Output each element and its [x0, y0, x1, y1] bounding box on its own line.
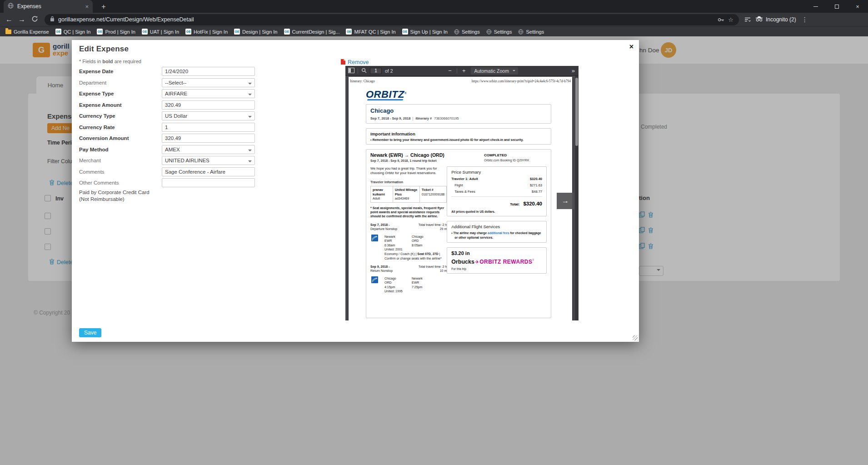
globe-icon — [486, 29, 492, 35]
remove-attachment[interactable]: Remove — [341, 58, 369, 66]
pdf-page-input[interactable] — [370, 68, 382, 74]
modal-close-button[interactable]: × — [629, 43, 634, 51]
seat-note: * Seat assignments, special meals, frequ… — [370, 206, 447, 219]
bookmark-item[interactable]: GEMFAT QC | Sign In — [346, 29, 395, 35]
ge-favicon-icon: GE — [142, 29, 148, 35]
department-select[interactable]: --Select-- — [162, 78, 255, 87]
pay-method-select[interactable]: AMEX — [162, 145, 255, 154]
comments-input[interactable] — [162, 167, 255, 176]
other-comments-input[interactable] — [162, 178, 255, 187]
segment-from: ChicagoORD4:15pm — [384, 276, 405, 289]
bookmark-item[interactable]: Settings — [486, 29, 512, 35]
toggle-sidebar-icon[interactable] — [348, 67, 354, 75]
bullet-icon: • — [451, 231, 452, 235]
expense-date-input[interactable] — [162, 67, 255, 76]
tab-close-icon[interactable]: × — [85, 3, 89, 10]
bookmark-label: Prod | Sign In — [105, 29, 135, 35]
form-row-merchant: MerchantUNITED AIRLINES — [79, 156, 270, 165]
ge-favicon-icon: GE — [402, 29, 408, 35]
legs: Sep 7, 2018 -Departure NonstopTotal trav… — [370, 223, 447, 293]
back-button[interactable]: ← — [3, 15, 15, 24]
merchant-select[interactable]: UNITED AIRLINES — [162, 156, 255, 165]
zoom-select[interactable]: Automatic Zoom — [471, 67, 518, 75]
price-total: Total:$320.40 — [451, 196, 542, 207]
zoom-out-button[interactable]: − — [446, 67, 454, 74]
address-bar[interactable]: gorillaexpense.net/CurrentDesign/Web/Exp… — [45, 14, 739, 25]
currency-type-value: US Dollar — [165, 113, 187, 119]
trip-subtitle: Sep 7, 2018 - Sep 9, 2018 Itinerary # 73… — [370, 116, 547, 120]
bookmark-item[interactable]: GESign Up | Sign In — [402, 29, 448, 35]
forward-button[interactable]: → — [15, 15, 28, 24]
expense-amount-input[interactable] — [162, 100, 255, 110]
remove-link[interactable]: Remove — [348, 59, 369, 65]
ge-favicon-icon: GE — [97, 29, 103, 35]
expense-type-select[interactable]: AIRFARE — [162, 89, 255, 98]
form-row-conversion-amount: Conversion Amount — [79, 134, 270, 143]
next-page-button[interactable]: → — [557, 193, 574, 209]
pay-method-label: Pay Method — [79, 147, 109, 152]
bookmark-item[interactable]: GECurrentDesign | Sig... — [284, 29, 340, 35]
expense-type-label: Expense Type — [79, 91, 114, 96]
lock-icon — [50, 15, 55, 24]
close-window-button[interactable]: × — [847, 0, 868, 13]
pdf-canvas-area: Itinerary: Chicago https://www.orbitz.co… — [345, 76, 575, 320]
plane-icon: ✈ — [475, 259, 479, 265]
leg-total-time: Total travel time: 2 h 10 m — [414, 265, 447, 273]
browser-titlebar: Expenses × + × — [0, 0, 868, 13]
divider — [413, 117, 413, 120]
currency-type-select[interactable]: US Dollar — [162, 111, 255, 120]
save-button[interactable]: Save — [79, 328, 101, 337]
paid-by-line2: (Not Reimbursable) — [79, 196, 150, 203]
bookmark-item[interactable]: GEUAT | Sign In — [142, 29, 179, 35]
bookmark-item[interactable]: Gorilla Expense — [5, 29, 49, 35]
minimize-button[interactable] — [805, 0, 826, 13]
bookmark-label: Settings — [494, 29, 512, 35]
zoom-in-button[interactable]: + — [460, 67, 468, 74]
bookmark-label: CurrentDesign | Sig... — [292, 29, 340, 35]
department-label: Department — [79, 80, 106, 85]
pdf-scrollbar[interactable] — [575, 76, 579, 320]
scrollbar-thumb[interactable] — [575, 78, 578, 146]
afs-pre: The airline may charge — [454, 231, 488, 235]
globe-icon — [454, 29, 459, 35]
mileage-program: United Mileage Plus — [395, 188, 418, 196]
conversion-amount-input[interactable] — [162, 134, 255, 143]
browser-tab[interactable]: Expenses × — [4, 0, 93, 13]
currency-rate-input[interactable] — [162, 123, 255, 132]
bookmark-item[interactable]: GEProd | Sign In — [97, 29, 135, 35]
incognito-spy-icon — [755, 16, 763, 23]
bookmark-item[interactable]: GEDesign | Sign In — [234, 29, 277, 35]
side-panel-icon[interactable] — [744, 16, 751, 23]
reload-button[interactable] — [28, 15, 41, 24]
maximize-button[interactable] — [826, 0, 847, 13]
new-tab-button[interactable]: + — [98, 2, 109, 13]
bookmark-item[interactable]: Settings — [518, 29, 544, 35]
bookmark-star-icon[interactable]: ☆ — [728, 16, 733, 23]
print-header: Itinerary: Chicago https://www.orbitz.co… — [349, 77, 572, 83]
pdf-page: Itinerary: Chicago https://www.orbitz.co… — [349, 77, 572, 320]
total-value: $320.40 — [523, 201, 542, 206]
browser-menu-button[interactable]: ⋮ — [802, 16, 808, 23]
additional-fees-link[interactable]: additional fees — [488, 231, 509, 235]
orbucks-line: Orbucks✈ORBITZ REWARDS® — [451, 257, 542, 265]
bookmark-item[interactable]: Settings — [454, 29, 480, 35]
toolbar-divider — [457, 68, 457, 74]
find-icon[interactable] — [361, 67, 367, 75]
paid-by-line1: Paid by Corporate Credit Card — [79, 189, 150, 196]
bookmark-item[interactable]: GEHotFix | Sign In — [185, 29, 228, 35]
pdf-viewer: of 2 − + Automatic Zoom » Itinerary: Chi… — [345, 66, 579, 320]
price-label: Flight — [454, 183, 463, 187]
bookmark-item[interactable]: GEQC | Sign In — [55, 29, 91, 35]
mileage-cell: United Mileage Plusad343469 — [393, 186, 420, 202]
orbitz-logo-text: ORBITZ — [366, 89, 404, 100]
chevron-down-icon — [248, 150, 252, 153]
password-key-icon[interactable] — [718, 15, 724, 24]
maximize-icon — [835, 5, 839, 9]
traveler-type: Adult — [373, 196, 391, 200]
pdf-file-icon — [341, 58, 345, 66]
orbucks-amount: $3.20 in — [451, 250, 542, 256]
toolbar-more-button[interactable]: » — [572, 67, 575, 74]
resize-handle[interactable] — [633, 335, 638, 340]
paid-by-note: Paid by Corporate Credit Card (Not Reimb… — [79, 189, 150, 203]
ticket-label: Ticket # — [422, 188, 445, 192]
